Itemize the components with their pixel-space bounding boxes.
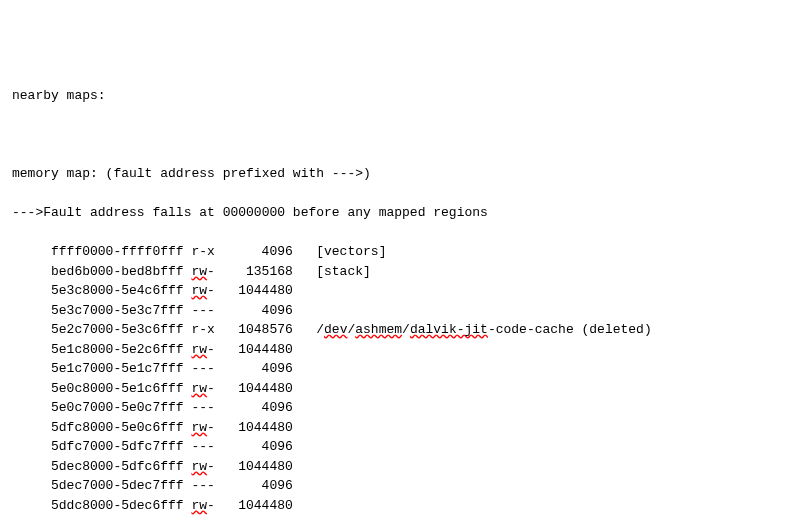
region-size: 1044480 [223, 496, 293, 516]
permissions: r-x [191, 242, 222, 262]
region-size: 4096 [223, 476, 293, 496]
region-size: 135168 [223, 262, 293, 282]
memory-map-row: 5ddc8000-5dec6fff rw-1044480 [12, 496, 800, 516]
permissions: rw- [191, 379, 222, 399]
addr-range: 5dec7000-5dec7fff [51, 476, 184, 496]
memory-map-row: 5e0c7000-5e0c7fff ---4096 [12, 398, 800, 418]
addr-range: 5dec8000-5dfc6fff [51, 457, 184, 477]
region-size: 4096 [223, 359, 293, 379]
region-size: 4096 [223, 301, 293, 321]
region-size: 4096 [223, 242, 293, 262]
memory-map-rows: ffff0000-ffff0fff r-x4096[vectors]bed6b0… [12, 242, 800, 519]
memory-map-row: 5e2c7000-5e3c6fff r-x1048576/dev/ashmem/… [12, 320, 800, 340]
addr-range: 5dfc8000-5e0c6fff [51, 418, 184, 438]
mapping-path: [vectors] [293, 242, 387, 262]
addr-range: 5ddc8000-5dec6fff [51, 496, 184, 516]
memory-map-row: 5e1c7000-5e1c7fff ---4096 [12, 359, 800, 379]
memory-map-row: 5dfc8000-5e0c6fff rw-1044480 [12, 418, 800, 438]
memory-map-row: ffff0000-ffff0fff r-x4096[vectors] [12, 242, 800, 262]
permissions: rw- [191, 281, 222, 301]
heading-nearby-maps: nearby maps: [12, 86, 800, 106]
permissions: r-x [191, 320, 222, 340]
permissions: --- [191, 476, 222, 496]
mapping-path: [stack] [293, 262, 371, 282]
permissions: rw- [191, 340, 222, 360]
permissions: rw- [191, 457, 222, 477]
addr-range: 5e3c8000-5e4c6fff [51, 281, 184, 301]
region-size: 1044480 [223, 457, 293, 477]
region-size: 4096 [223, 515, 293, 519]
permissions: --- [191, 301, 222, 321]
permissions: --- [191, 359, 222, 379]
blank-line [12, 125, 800, 145]
region-size: 1048576 [223, 320, 293, 340]
addr-range: 5e0c7000-5e0c7fff [51, 398, 184, 418]
region-size: 1044480 [223, 340, 293, 360]
region-size: 4096 [223, 437, 293, 457]
addr-range: 5e3c7000-5e3c7fff [51, 301, 184, 321]
addr-range: 5e1c8000-5e2c6fff [51, 340, 184, 360]
permissions: rw- [191, 496, 222, 516]
memory-map-row: 5e3c8000-5e4c6fff rw-1044480 [12, 281, 800, 301]
memory-map-row: bed6b000-bed8bfff rw-135168[stack] [12, 262, 800, 282]
region-size: 4096 [223, 398, 293, 418]
memory-map-row: 5dec8000-5dfc6fff rw-1044480 [12, 457, 800, 477]
memory-map-row: 5e3c7000-5e3c7fff ---4096 [12, 301, 800, 321]
addr-range: ffff0000-ffff0fff [51, 242, 184, 262]
addr-range: 5dfc7000-5dfc7fff [51, 437, 184, 457]
permissions: --- [191, 437, 222, 457]
region-size: 1044480 [223, 418, 293, 438]
addr-range: 5e0c8000-5e1c6fff [51, 379, 184, 399]
heading-memory-map: memory map: (fault address prefixed with… [12, 164, 800, 184]
addr-range: 5e2c7000-5e3c6fff [51, 320, 184, 340]
addr-range: 5ddc7000-5ddc7fff [51, 515, 184, 519]
region-size: 1044480 [223, 281, 293, 301]
permissions: --- [191, 515, 222, 519]
addr-range: 5e1c7000-5e1c7fff [51, 359, 184, 379]
mapping-path: /dev/ashmem/dalvik-jit-code-cache (delet… [293, 320, 652, 340]
permissions: rw- [191, 262, 222, 282]
memory-map-row: 5dfc7000-5dfc7fff ---4096 [12, 437, 800, 457]
fault-address-line: --->Fault address falls at 00000000 befo… [12, 203, 800, 223]
memory-map-row: 5dec7000-5dec7fff ---4096 [12, 476, 800, 496]
permissions: rw- [191, 418, 222, 438]
region-size: 1044480 [223, 379, 293, 399]
memory-map-row: 5e0c8000-5e1c6fff rw-1044480 [12, 379, 800, 399]
permissions: --- [191, 398, 222, 418]
memory-map-row: 5ddc7000-5ddc7fff ---4096 [12, 515, 800, 519]
addr-range: bed6b000-bed8bfff [51, 262, 184, 282]
memory-map-row: 5e1c8000-5e2c6fff rw-1044480 [12, 340, 800, 360]
